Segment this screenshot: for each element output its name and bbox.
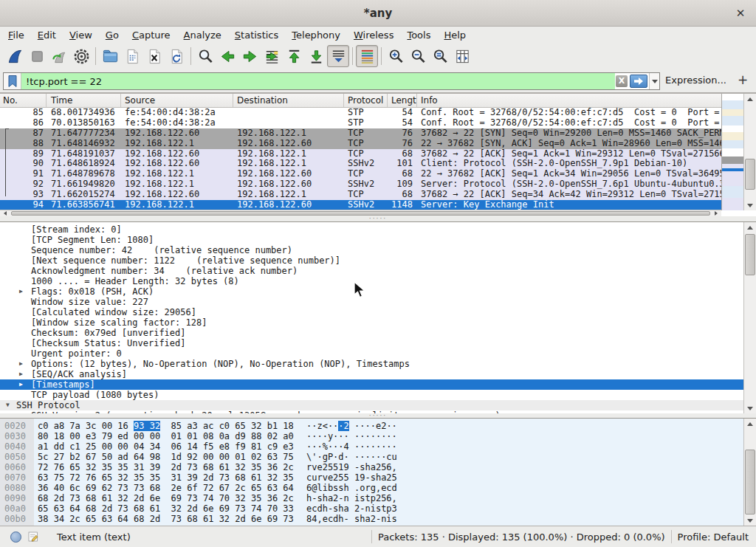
scroll-up-button[interactable] <box>744 94 756 104</box>
packet-row-92[interactable]: 9271.661949820192.168.122.1192.168.122.6… <box>0 179 721 190</box>
zoom-in-button[interactable] <box>385 45 407 67</box>
hex-line[interactable]: 00b038 34 2c 65 63 64 68 2d 73 68 61 32 … <box>0 514 743 524</box>
expand-arrow-icon[interactable]: ▶ <box>19 286 23 297</box>
packet-row-90[interactable]: 9071.648618924192.168.122.60192.168.122.… <box>0 159 721 169</box>
zoom-out-button[interactable] <box>407 45 429 67</box>
capture-stop-button[interactable] <box>26 45 48 67</box>
column-header-info[interactable]: Info <box>417 94 721 107</box>
menu-item-analyze[interactable]: Analyze <box>177 28 228 42</box>
scrollbar-thumb[interactable] <box>745 159 755 190</box>
menu-item-edit[interactable]: Edit <box>31 28 63 42</box>
detail-line[interactable]: [Calculated window size: 29056] <box>0 307 743 317</box>
hex-line[interactable]: 00a065 63 64 68 2d 73 68 61 32 2d 6e 69 … <box>0 503 743 514</box>
menu-item-tools[interactable]: Tools <box>400 28 437 42</box>
packet-row-89[interactable]: 8971.648191037192.168.122.60192.168.122.… <box>0 149 721 159</box>
colorize-button[interactable] <box>356 45 378 67</box>
detail-line[interactable]: Window size value: 227 <box>0 297 743 307</box>
packet-row-88[interactable]: 8871.648146932192.168.122.1192.168.122.6… <box>0 139 721 149</box>
capture-options-button[interactable] <box>70 45 92 67</box>
scroll-up-button[interactable] <box>744 222 756 233</box>
expert-info-button[interactable] <box>10 531 21 543</box>
menu-item-statistics[interactable]: Statistics <box>228 28 285 42</box>
title-bar[interactable]: *any ✕ <box>0 0 756 27</box>
menu-item-capture[interactable]: Capture <box>126 28 177 42</box>
expand-arrow-icon[interactable]: ▶ <box>19 369 23 379</box>
packet-row-94[interactable]: 9471.663856741192.168.122.1192.168.122.6… <box>0 200 721 210</box>
detail-line[interactable]: [TCP Segment Len: 1080] <box>0 235 743 245</box>
details-vscrollbar[interactable] <box>743 222 756 413</box>
file-reload-button[interactable] <box>165 45 188 67</box>
detail-line[interactable]: ▶[Timestamps] <box>0 379 743 390</box>
column-header-source[interactable]: Source <box>121 94 233 107</box>
column-header-destination[interactable]: Destination <box>233 94 344 107</box>
auto-scroll-button[interactable] <box>327 45 349 67</box>
scroll-down-button[interactable] <box>744 200 756 210</box>
hex-line[interactable]: 00505c 27 b2 67 50 ad 64 98 1d 92 00 00 … <box>0 452 743 462</box>
packet-row-86[interactable]: 8670.013850163fe:54:00:d4:38:2aSTP54Conf… <box>0 118 721 128</box>
packet-row-85[interactable]: 8568.001734936fe:54:00:d4:38:2aSTP54Conf… <box>0 108 721 118</box>
resize-columns-button[interactable] <box>451 45 473 67</box>
scrollbar-thumb[interactable] <box>745 450 755 515</box>
detail-line[interactable]: ▼SSH Protocol <box>0 400 743 410</box>
scroll-down-button[interactable] <box>744 403 756 413</box>
detail-line[interactable]: Checksum: 0x79ed [unverified] <box>0 328 743 338</box>
go-previous-button[interactable] <box>216 45 238 67</box>
hex-line[interactable]: 0040a1 dd c1 25 00 00 04 34 06 14 f5 e8 … <box>0 441 743 452</box>
column-header-protocol[interactable]: Protocol <box>344 94 388 107</box>
column-header-time[interactable]: Time <box>47 94 121 107</box>
close-window-button[interactable]: ✕ <box>732 5 749 21</box>
pane-splitter[interactable]: ····· <box>0 216 756 221</box>
go-first-button[interactable] <box>283 45 305 67</box>
go-next-button[interactable] <box>238 45 261 67</box>
menu-item-file[interactable]: File <box>1 28 31 42</box>
detail-line[interactable]: ▶[SEQ/ACK analysis] <box>0 369 743 379</box>
detail-line[interactable]: [Next sequence number: 1122 (relative se… <box>0 255 743 266</box>
detail-line[interactable]: [Stream index: 0] <box>0 224 743 235</box>
capture-start-button[interactable] <box>4 45 26 67</box>
capture-comment-button[interactable] <box>27 531 39 543</box>
expand-arrow-icon[interactable]: ▶ <box>19 379 23 390</box>
detail-line[interactable]: [Window size scaling factor: 128] <box>0 317 743 328</box>
collapse-arrow-icon[interactable]: ▼ <box>6 400 10 410</box>
display-filter-field[interactable]: X <box>3 72 660 90</box>
column-header-length[interactable]: Length <box>388 94 417 107</box>
hex-line[interactable]: 007063 75 72 76 65 32 35 35 31 39 2d 73 … <box>0 472 743 483</box>
hex-line[interactable]: 0020c0 a8 7a 3c 00 16 93 32 85 a3 ac c0 … <box>0 421 743 431</box>
hex-line[interactable]: 006072 76 65 32 35 35 31 39 2d 73 68 61 … <box>0 462 743 472</box>
intelligent-scrollbar[interactable] <box>721 94 743 210</box>
display-filter-input[interactable] <box>21 73 615 89</box>
filter-add-button[interactable]: + <box>735 72 750 88</box>
detail-line[interactable]: Acknowledgment number: 34 (relative ack … <box>0 266 743 276</box>
filter-clear-button[interactable]: X <box>616 75 628 87</box>
hex-vscrollbar[interactable] <box>743 419 756 526</box>
hex-line[interactable]: 003080 18 00 e3 79 ed 00 00 01 01 08 0a … <box>0 431 743 441</box>
filter-bookmark-button[interactable] <box>4 73 21 89</box>
packet-row-87[interactable]: 8771.647777234192.168.122.60192.168.122.… <box>0 128 721 139</box>
expand-arrow-icon[interactable]: ▶ <box>19 359 23 369</box>
hex-line[interactable]: 008036 40 6c 69 62 73 73 68 2e 6f 72 67 … <box>0 483 743 493</box>
zoom-original-button[interactable] <box>429 45 451 67</box>
menu-item-go[interactable]: Go <box>99 28 126 42</box>
file-save-button[interactable] <box>121 45 143 67</box>
detail-line[interactable]: ▶Options: (12 bytes), No-Operation (NOP)… <box>0 359 743 369</box>
packet-list-hscrollbar[interactable] <box>0 210 721 216</box>
detail-line[interactable]: Sequence number: 42 (relative sequence n… <box>0 245 743 255</box>
packet-row-91[interactable]: 9171.648789678192.168.122.1192.168.122.6… <box>0 169 721 179</box>
scrollbar-thumb[interactable] <box>745 234 755 275</box>
scrollbar-thumb[interactable] <box>11 211 710 216</box>
profile-button[interactable]: Profile: Default <box>678 531 749 543</box>
detail-line[interactable]: ▶Flags: 0x018 (PSH, ACK) <box>0 286 743 297</box>
filter-history-dropdown[interactable] <box>649 73 659 89</box>
hex-line[interactable]: 009068 2d 73 68 61 32 2d 6e 69 73 74 70 … <box>0 493 743 503</box>
expression-button[interactable]: Expression... <box>665 75 726 86</box>
menu-item-help[interactable]: Help <box>437 28 472 42</box>
menu-item-wireless[interactable]: Wireless <box>347 28 400 42</box>
find-packet-button[interactable] <box>194 45 216 67</box>
go-to-packet-button[interactable] <box>261 45 283 67</box>
detail-line[interactable]: Urgent pointer: 0 <box>0 348 743 359</box>
file-open-button[interactable] <box>99 45 121 67</box>
scroll-right-button[interactable] <box>711 210 721 216</box>
detail-line[interactable]: TCP payload (1080 bytes) <box>0 390 743 400</box>
detail-line[interactable]: 1000 .... = Header Length: 32 bytes (8) <box>0 276 743 286</box>
scroll-down-button[interactable] <box>744 515 756 526</box>
